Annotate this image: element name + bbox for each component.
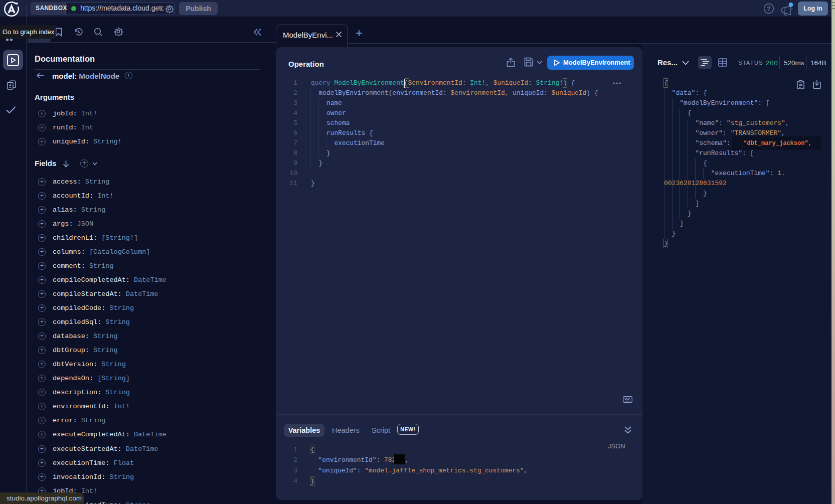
svg-text:?: ? [767,6,771,13]
